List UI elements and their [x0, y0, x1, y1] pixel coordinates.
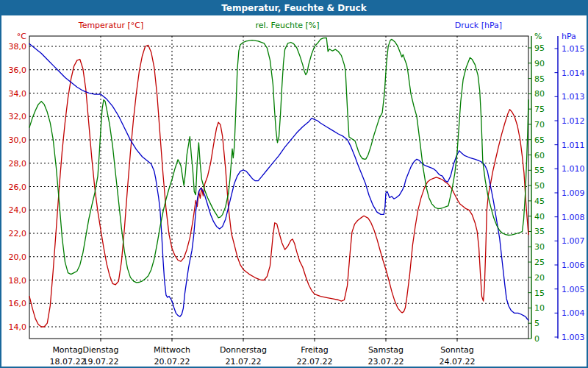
humidity-tick-label: 75 [534, 105, 545, 114]
series-line-humidity [29, 38, 528, 283]
day-date-label: 23.07.22 [368, 357, 404, 367]
humidity-tick-label: 5 [534, 319, 539, 328]
humidity-tick-label: 10 [534, 303, 545, 313]
temperature-tick-label: 34,0 [9, 89, 27, 99]
pressure-tick-label: 1.010 [562, 164, 585, 174]
temperature-tick-label: 28,0 [9, 159, 27, 169]
temperature-tick-label: 36,0 [9, 66, 27, 75]
day-date-label: 19.07.22 [83, 357, 119, 367]
series-line-temperature [29, 45, 528, 327]
temperature-tick-label: 18,0 [9, 276, 27, 286]
humidity-tick-label: 30 [534, 242, 545, 252]
temperature-tick-label: 20,0 [9, 252, 27, 262]
pressure-tick-label: 1.012 [562, 116, 585, 126]
pressure-tick-label: 1.009 [562, 188, 585, 198]
pressure-tick-label: 1.008 [562, 213, 585, 222]
humidity-tick-label: 45 [534, 197, 545, 206]
day-name-label: Mittwoch [154, 345, 190, 355]
temperature-tick-label: 32,0 [9, 112, 27, 121]
humidity-tick-label: 25 [534, 258, 545, 267]
day-name-label: Sonntag [440, 345, 474, 355]
temperature-tick-label: 24,0 [9, 205, 27, 215]
pressure-tick-label: 1.005 [562, 285, 585, 294]
pressure-tick-label: 1.014 [562, 68, 585, 78]
chart-canvas: 38,036,034,032,030,028,026,024,022,020,0… [1, 1, 588, 368]
humidity-tick-label: 65 [534, 135, 545, 145]
temperature-tick-label: 16,0 [9, 299, 27, 308]
plot-border [29, 36, 528, 339]
temperature-axis-unit: °C [17, 32, 27, 41]
pressure-axis-unit: hPa [562, 32, 576, 41]
humidity-tick-label: 50 [534, 181, 545, 191]
humidity-tick-label: 95 [534, 43, 545, 53]
day-name-label: Donnerstag [220, 345, 267, 355]
humidity-tick-label: 85 [534, 74, 545, 84]
humidity-axis-unit: % [534, 32, 542, 41]
pressure-tick-label: 1.003 [562, 333, 585, 342]
day-date-label: 22.07.22 [297, 357, 333, 367]
humidity-tick-label: 20 [534, 273, 545, 283]
temperature-tick-label: 30,0 [9, 135, 27, 145]
pressure-tick-label: 1.013 [562, 92, 585, 102]
day-date-label: 24.07.22 [440, 357, 476, 367]
weather-chart-window: Temperatur, Feuchte & Druck Temperatur [… [0, 0, 588, 368]
day-name-label: Montag [52, 345, 82, 355]
pressure-tick-label: 1.011 [562, 141, 585, 150]
day-name-label: Samstag [368, 345, 404, 355]
temperature-tick-label: 22,0 [9, 229, 27, 238]
day-name-label: Freitag [301, 345, 329, 355]
day-name-label: Dienstag [82, 345, 118, 355]
humidity-tick-label: 35 [534, 227, 545, 236]
temperature-tick-label: 38,0 [9, 42, 27, 52]
humidity-tick-label: 15 [534, 289, 545, 298]
day-date-label: 18.07.22 [50, 357, 86, 367]
temperature-tick-label: 26,0 [9, 183, 27, 192]
humidity-tick-label: 90 [534, 59, 545, 68]
humidity-tick-label: 55 [534, 166, 545, 175]
pressure-tick-label: 1.004 [562, 308, 585, 318]
pressure-tick-label: 1.015 [562, 44, 585, 54]
humidity-tick-label: 70 [534, 120, 545, 130]
day-date-label: 21.07.22 [226, 357, 262, 367]
day-date-label: 20.07.22 [154, 357, 190, 367]
humidity-tick-label: 0 [534, 334, 539, 344]
humidity-tick-label: 40 [534, 212, 545, 222]
humidity-tick-label: 80 [534, 89, 545, 99]
humidity-tick-label: 60 [534, 151, 545, 160]
pressure-tick-label: 1.006 [562, 261, 585, 270]
pressure-tick-label: 1.007 [562, 236, 585, 246]
temperature-tick-label: 14,0 [9, 322, 27, 332]
